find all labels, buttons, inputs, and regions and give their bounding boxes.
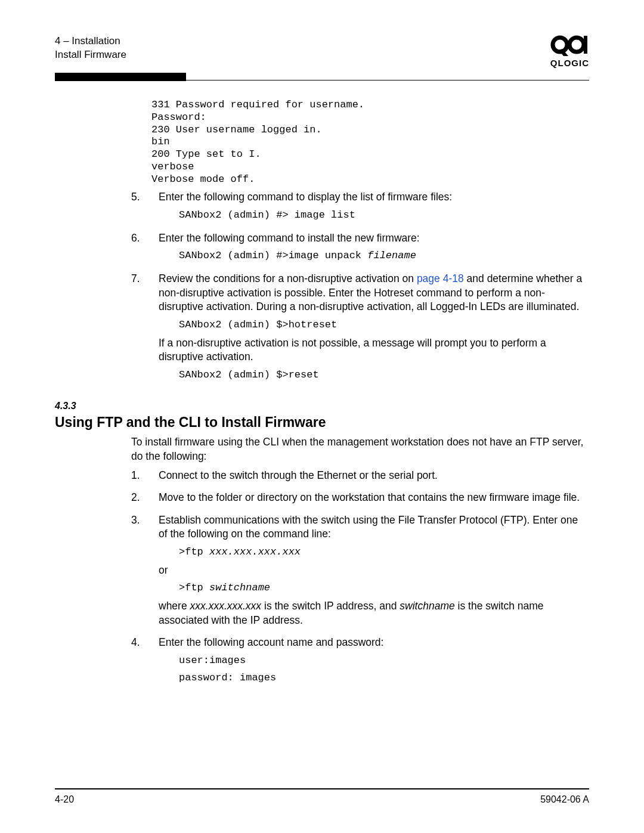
step-7: 7. Review the conditions for a non-disru… [131,272,589,386]
step-text: Establish communications with the switch… [159,513,589,541]
code-block: SANbox2 (admin) $>reset [179,369,589,382]
step-1: 1. Connect to the switch through the Eth… [131,469,589,487]
code-block: SANbox2 (admin) #> image list [179,209,589,222]
step-text: where xxx.xxx.xxx.xxx is the switch IP a… [159,599,589,627]
step-6: 6. Enter the following command to instal… [131,231,589,267]
or-label: or [159,563,589,578]
step-number: 2. [131,491,159,509]
step-text: Connect to the switch through the Ethern… [159,469,589,483]
step-number: 3. [131,513,159,631]
doc-id: 59042-06 A [540,793,589,806]
qlogic-logo-icon [550,35,589,56]
code-block: password: images [179,672,589,685]
step-3: 3. Establish communications with the swi… [131,513,589,631]
page-number: 4-20 [55,793,74,806]
step-text: Enter the following command to display t… [159,190,589,205]
code-block: user:images [179,655,589,667]
page-header: 4 – Installation Install Firmware QLOGIC [55,35,589,69]
section-intro: To install firmware using the CLI when t… [131,435,589,463]
svg-rect-2 [584,36,587,54]
svg-point-1 [569,38,584,52]
step-number: 7. [131,272,159,386]
step-4: 4. Enter the following account name and … [131,636,589,689]
step-2: 2. Move to the folder or directory on th… [131,491,589,509]
page-link[interactable]: page 4-18 [417,272,464,284]
step-text: Move to the folder or directory on the w… [159,491,589,505]
header-left: 4 – Installation Install Firmware [55,35,126,62]
step-text: Enter the following account name and pas… [159,636,589,650]
code-block: 331 Password required for username. Pass… [151,99,589,185]
section-title: Using FTP and the CLI to Install Firmwar… [55,413,589,432]
step-number: 1. [131,469,159,487]
section-label: Install Firmware [55,48,126,62]
chapter-label: 4 – Installation [55,35,126,48]
page-footer: 4-20 59042-06 A [55,788,589,806]
code-block: SANbox2 (admin) $>hotreset [179,319,589,332]
header-rule [55,73,589,81]
step-number: 6. [131,231,159,267]
step-number: 4. [131,636,159,689]
step-5: 5. Enter the following command to displa… [131,190,589,226]
code-block: >ftp switchname [179,582,589,594]
step-text: Review the conditions for a non-disrupti… [159,272,589,314]
section-number: 4.3.3 [55,400,589,413]
step-number: 5. [131,190,159,226]
code-block: >ftp xxx.xxx.xxx.xxx [179,546,589,559]
step-text: Enter the following command to install t… [159,231,589,246]
qlogic-logo-text: QLOGIC [550,57,589,69]
page-content: 331 Password required for username. Pass… [131,99,589,689]
code-block: SANbox2 (admin) #>image unpack filename [179,250,589,262]
step-text: If a non-disruptive activation is not po… [159,336,589,364]
qlogic-logo: QLOGIC [550,35,589,69]
